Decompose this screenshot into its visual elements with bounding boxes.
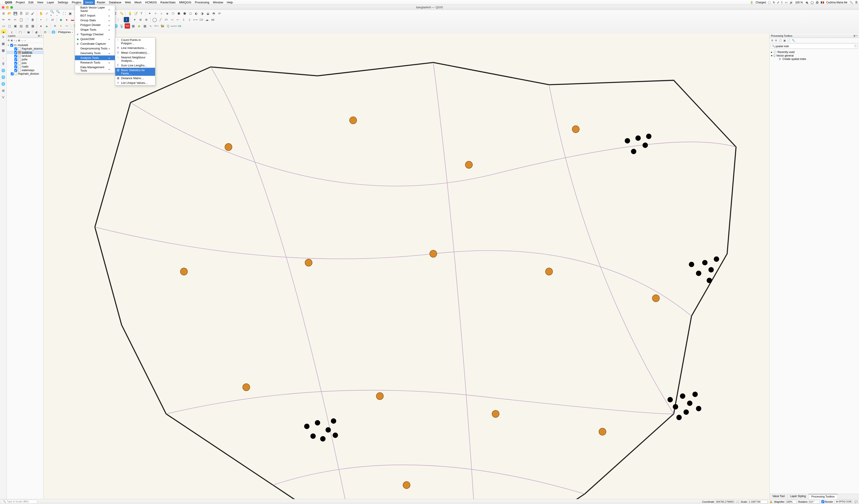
- tb-grid[interactable]: ▦: [131, 23, 136, 29]
- ds-virtual-icon[interactable]: V: [1, 95, 6, 100]
- expand-icon[interactable]: ε: [16, 39, 17, 42]
- proc-hist-icon[interactable]: 🕘: [779, 39, 782, 42]
- tb-snap10[interactable]: ◑: [199, 11, 205, 16]
- clear-icon[interactable]: ⓧ: [854, 44, 857, 48]
- tb-edit-pencil[interactable]: ✏: [1, 17, 6, 22]
- ds-db-icon[interactable]: 🛢: [1, 61, 6, 66]
- menu-edit[interactable]: Edit: [27, 0, 35, 5]
- tb-shape2[interactable]: ⊕: [138, 17, 143, 22]
- layer-row-2[interactable]: landuse: [7, 54, 43, 58]
- extent-icon[interactable]: ⛶: [737, 500, 739, 503]
- layer-row-5[interactable]: roads: [7, 65, 43, 68]
- proc-script-icon[interactable]: 📄: [787, 39, 790, 42]
- tb-mesh1[interactable]: ✕: [52, 23, 58, 29]
- amenu-nearest-neighbour[interactable]: ∴Nearest Neighbour Analysis…: [115, 55, 155, 63]
- tb-zoom-sel[interactable]: ▣: [67, 11, 73, 16]
- menu-hcmgis[interactable]: HCMGIS: [144, 0, 159, 5]
- tb-vertex[interactable]: ⋮: [44, 17, 49, 22]
- tb-bow2[interactable]: ⋈: [177, 23, 182, 29]
- messages-icon[interactable]: 💬: [855, 500, 858, 503]
- close-button[interactable]: [2, 6, 4, 9]
- processing-search-input[interactable]: [775, 45, 854, 48]
- filter-icon[interactable]: ▿: [14, 39, 15, 42]
- menu-processing[interactable]: Processing: [193, 0, 211, 5]
- tb-pan-sel[interactable]: ⤢: [44, 11, 49, 16]
- siri-icon[interactable]: ☰: [855, 1, 858, 4]
- tab-processing-toolbox[interactable]: Processing Toolbox: [809, 494, 838, 499]
- proc-group-vector-general[interactable]: ▾QVector general: [771, 54, 858, 58]
- ds-xyz-icon[interactable]: ⊞: [1, 88, 6, 93]
- tb-snap4[interactable]: ◈: [165, 11, 170, 16]
- tb-diamond[interactable]: ◆: [136, 23, 142, 29]
- tb-edit6[interactable]: 🗑: [30, 17, 35, 22]
- vmenu-polygon-divider[interactable]: Polygon Divider: [75, 22, 115, 27]
- display-icon[interactable]: ▭: [785, 1, 787, 4]
- tb-mesh2[interactable]: ✦: [58, 23, 63, 29]
- wifi-icon[interactable]: ⑇: [777, 1, 779, 4]
- close-panel-icon[interactable]: ✕: [40, 34, 42, 37]
- tb-geo-green[interactable]: ▲: [44, 23, 49, 29]
- tb-mesh3[interactable]: ⤳: [64, 23, 70, 29]
- tb-blue[interactable]: ∿: [148, 23, 153, 29]
- menu-mesh[interactable]: Mesh: [133, 0, 144, 5]
- proc-algo-create-spatial-index[interactable]: ⚙Create spatial index: [771, 58, 858, 61]
- tb-snap2[interactable]: ✧: [153, 11, 158, 16]
- tb-style[interactable]: 🖌: [30, 11, 35, 16]
- menu-settings[interactable]: Settings: [56, 0, 70, 5]
- layer-row-3[interactable]: pofw: [7, 58, 43, 61]
- tb-dots[interactable]: ⋮: [116, 17, 121, 22]
- tb-snap6[interactable]: ⬢: [176, 11, 181, 16]
- tb-arc1[interactable]: ⤻: [169, 17, 175, 22]
- vmenu-analysis[interactable]: Analysis Tools: [75, 56, 115, 60]
- layer-row-extra[interactable]: Rajshahi_division: [7, 72, 43, 76]
- tb-sel4[interactable]: ▤: [18, 23, 24, 29]
- tb-move[interactable]: ⇄: [50, 17, 55, 22]
- tb-osm[interactable]: ◆: [58, 17, 63, 22]
- tb-saveas[interactable]: 🗄: [18, 11, 24, 16]
- tb-sel1[interactable]: ▭: [1, 23, 6, 29]
- dropbox-icon[interactable]: ⬚: [768, 1, 771, 4]
- tb-grid2[interactable]: ▦: [142, 23, 148, 29]
- tb-snap3[interactable]: ⟐: [159, 11, 164, 16]
- menu-rasterstats[interactable]: RasterStats: [159, 0, 178, 5]
- ds-csv-icon[interactable]: ,: [1, 54, 6, 60]
- collapse-icon[interactable]: ▣: [18, 39, 20, 42]
- menu-app[interactable]: QGIS: [3, 0, 14, 5]
- tb-snap7[interactable]: ⬟: [182, 11, 187, 16]
- ds-vector-icon[interactable]: V: [1, 34, 6, 40]
- vmenu-geometry[interactable]: Geometry Tools: [75, 51, 115, 56]
- menu-plugins[interactable]: Plugins: [70, 0, 83, 5]
- style-icon[interactable]: ✿: [7, 39, 10, 42]
- tb-measure[interactable]: 📏: [119, 11, 124, 16]
- amenu-line-inter[interactable]: ✕Line Intersections…: [115, 46, 155, 50]
- tb-sel2[interactable]: ▢: [7, 23, 12, 29]
- layer-group[interactable]: ▾ 🗀 module8: [7, 43, 43, 47]
- tb-sel5[interactable]: ▥: [24, 23, 30, 29]
- tb-snap5[interactable]: ⬡: [170, 11, 176, 16]
- user-name[interactable]: Codrina Maria Ilie: [826, 1, 847, 4]
- zoom-button[interactable]: [10, 6, 13, 9]
- menu-help[interactable]: Help: [225, 0, 235, 5]
- tb-info[interactable]: i: [124, 17, 129, 22]
- lock-icon[interactable]: 🔒: [769, 500, 773, 503]
- tb-shape3[interactable]: ⊗: [144, 17, 149, 22]
- tb-zoom-full[interactable]: ⛶: [62, 11, 67, 16]
- menu-web[interactable]: Web: [123, 0, 133, 5]
- tab-layer-styling[interactable]: Layer Styling: [788, 494, 809, 499]
- amenu-count-points[interactable]: ⋮Count Points in Polygon…: [115, 37, 155, 46]
- tb-tips[interactable]: 💡: [127, 11, 133, 16]
- vmenu-batch-saver[interactable]: Batch Vector Layer Saver: [75, 5, 115, 13]
- vmenu-group-stats[interactable]: Group Stats: [75, 18, 115, 22]
- tb-red2-icon[interactable]: ▬: [70, 17, 75, 22]
- proc-gear-icon[interactable]: ⚙: [771, 39, 773, 42]
- render-toggle[interactable]: Render: [822, 500, 833, 503]
- vol-icon[interactable]: 🔊: [789, 1, 793, 4]
- menu-layer[interactable]: Layer: [45, 0, 56, 5]
- vmenu-data-mgmt[interactable]: Data Management Tools: [75, 65, 115, 73]
- tb-edit2[interactable]: ✏: [7, 17, 12, 22]
- tb-edit3[interactable]: ✂: [13, 17, 18, 22]
- tb-edit5[interactable]: 📄: [24, 17, 30, 22]
- tb-pca[interactable]: PCA: [154, 23, 159, 29]
- tb-edit4[interactable]: 📋: [18, 17, 24, 22]
- map-canvas[interactable]: [44, 33, 769, 499]
